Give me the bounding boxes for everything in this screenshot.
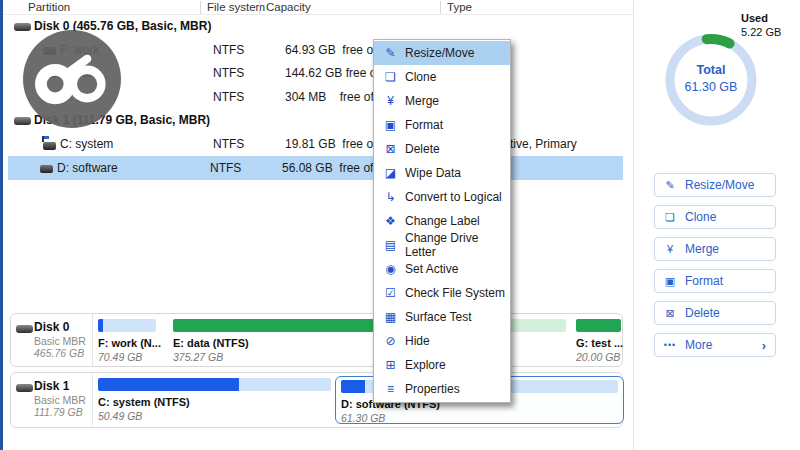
partition-label: C: system (NTFS) [98, 396, 331, 408]
column-header-filesystem: File system [207, 0, 265, 15]
resize-move-icon: ✎ [383, 46, 398, 60]
menu-item-hide[interactable]: ⊘ Hide [374, 329, 510, 353]
context-menu: ✎ Resize/Move ❏ Clone ¥ Merge ▣ Format ⊠… [373, 39, 511, 403]
delete-button[interactable]: ⊠ Delete [654, 301, 776, 325]
disk-icon [14, 23, 31, 31]
partition-bar [576, 319, 621, 332]
table-row-d-software-selected[interactable]: D: software NTFS 56.08 GB free of 61.30 … [8, 156, 623, 180]
column-divider [440, 1, 441, 14]
menu-item-convert-to-logical[interactable]: ↳ Convert to Logical [374, 185, 510, 209]
diskmap-disk1-card[interactable]: Disk 1 Basic MBR 111.79 GB C: system (NT… [10, 372, 623, 428]
used-arc [707, 39, 730, 44]
column-header-capacity: Capacity [266, 0, 311, 15]
menu-item-label: Properties [405, 382, 460, 396]
more-button[interactable]: ••• More › [654, 333, 776, 357]
format-button[interactable]: ▣ Format [654, 269, 776, 293]
disk0-info: Disk 0 Basic MBR 465.76 GB [11, 314, 93, 366]
menu-item-resize-move[interactable]: ✎ Resize/Move [374, 41, 510, 65]
column-divider [200, 1, 201, 14]
used-space [341, 380, 365, 393]
diskmap-partition-c[interactable]: C: system (NTFS) 50.49 GB [98, 378, 331, 422]
watermark-glyph [30, 47, 114, 111]
ellipsis-icon: ••• [655, 340, 685, 350]
filesystem-value: NTFS [213, 132, 244, 156]
button-label: Resize/Move [685, 178, 754, 192]
merge-button[interactable]: ¥ Merge [654, 237, 776, 261]
filesystem-value: NTFS [213, 85, 244, 109]
column-header-partition: Partition [28, 0, 70, 15]
menu-item-properties[interactable]: ≡ Properties [374, 377, 510, 401]
used-label: Used [741, 12, 768, 24]
menu-item-change-drive-letter[interactable]: ▤ Change Drive Letter [374, 233, 510, 257]
disk1-type: Basic MBR [34, 394, 86, 406]
disk1-size: 111.79 GB [34, 406, 83, 418]
chevron-right-icon: › [762, 338, 766, 353]
table-row-c-system[interactable]: C: system NTFS 19.81 GB free of 50.49 GB… [3, 132, 633, 156]
menu-item-label: Delete [405, 142, 440, 156]
change-label-icon: ❖ [383, 214, 398, 228]
menu-item-label: Explore [405, 358, 446, 372]
menu-item-label: Check File System [405, 286, 505, 300]
menu-item-wipe-data[interactable]: ◪ Wipe Data [374, 161, 510, 185]
delete-icon: ⊠ [383, 142, 398, 156]
wipe-data-icon: ◪ [383, 166, 398, 180]
menu-item-label: Change Label [405, 214, 480, 228]
column-header-type: Type [447, 0, 472, 15]
partition-size: 61.30 GB [341, 412, 618, 424]
button-label: More [685, 338, 712, 352]
disk0-title: Disk 0 [34, 320, 69, 334]
partition-size: 70.49 GB [98, 351, 156, 363]
set-active-icon: ◉ [383, 262, 398, 276]
partition-icon [40, 165, 53, 173]
used-space [576, 319, 621, 332]
button-label: Format [685, 274, 723, 288]
clone-icon: ❏ [383, 70, 398, 84]
menu-item-label: Change Drive Letter [405, 231, 510, 259]
menu-item-set-active[interactable]: ◉ Set Active [374, 257, 510, 281]
menu-item-change-label[interactable]: ❖ Change Label [374, 209, 510, 233]
clone-button[interactable]: ❏ Clone [654, 205, 776, 229]
hide-icon: ⊘ [383, 334, 398, 348]
menu-item-explore[interactable]: ⊞ Explore [374, 353, 510, 377]
watermark-logo [23, 30, 121, 128]
used-value: 5.22 GB [741, 26, 781, 38]
disk-icon [14, 117, 31, 125]
table-header: Partition File system Capacity Type [3, 0, 633, 15]
table-row-disk0-group[interactable]: Disk 0 (465.76 GB, Basic, MBR) [3, 15, 633, 38]
drive-letter-icon: ▤ [383, 238, 398, 252]
right-sidebar: Used 5.22 GB Total 61.30 GB ✎ Resize/Mov… [633, 0, 800, 450]
button-label: Merge [685, 242, 719, 256]
used-space [98, 319, 103, 332]
button-label: Clone [685, 210, 716, 224]
disk-icon [16, 384, 33, 392]
menu-item-label: Resize/Move [405, 46, 474, 60]
format-icon: ▣ [655, 275, 685, 288]
button-label: Delete [685, 306, 720, 320]
format-icon: ▣ [383, 118, 398, 132]
menu-item-delete[interactable]: ⊠ Delete [374, 137, 510, 161]
partition-label: G: test ... [576, 337, 621, 349]
menu-item-label: Surface Test [405, 310, 471, 324]
menu-item-label: Merge [405, 94, 439, 108]
used-space [98, 378, 239, 391]
partition-size: 20.00 GB [576, 351, 621, 363]
menu-item-label: Hide [405, 334, 430, 348]
disk1-info: Disk 1 Basic MBR 111.79 GB [11, 373, 93, 427]
menu-item-label: Clone [405, 70, 436, 84]
resize-move-button[interactable]: ✎ Resize/Move [654, 173, 776, 197]
menu-item-format[interactable]: ▣ Format [374, 113, 510, 137]
menu-item-merge[interactable]: ¥ Merge [374, 89, 510, 113]
diskmap-disk0-card[interactable]: Disk 0 Basic MBR 465.76 GB F: work (N...… [10, 313, 623, 367]
menu-item-clone[interactable]: ❏ Clone [374, 65, 510, 89]
partition-name: C: system [60, 132, 113, 156]
column-divider [259, 1, 260, 14]
menu-item-check-file-system[interactable]: ☑ Check File System [374, 281, 510, 305]
diskmap-partition-f[interactable]: F: work (N... 70.49 GB [98, 319, 156, 363]
resize-move-icon: ✎ [655, 179, 685, 192]
total-label: Total [634, 63, 788, 77]
filesystem-value: NTFS [213, 38, 244, 62]
diskmap-partition-g[interactable]: G: test ... 20.00 GB [576, 319, 621, 363]
convert-icon: ↳ [383, 190, 398, 204]
disk0-type: Basic MBR [34, 335, 86, 347]
menu-item-surface-test[interactable]: ▦ Surface Test [374, 305, 510, 329]
